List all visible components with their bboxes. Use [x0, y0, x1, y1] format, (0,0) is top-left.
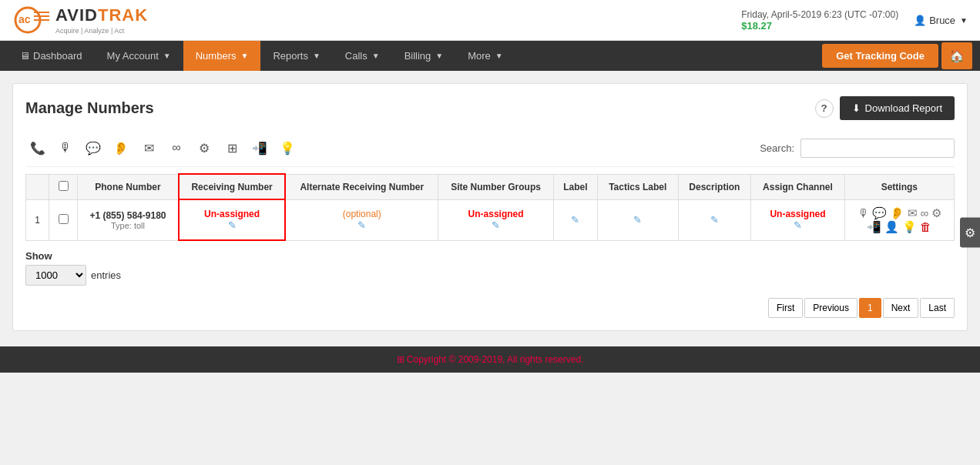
username: Bruce: [929, 15, 955, 26]
alternate-edit-icon[interactable]: ✎: [357, 219, 366, 231]
numbers-table: Phone Number Receiving Number Alternate …: [25, 173, 955, 241]
site-edit-icon[interactable]: ✎: [492, 219, 500, 231]
settings-gear-icon[interactable]: ⚙: [931, 206, 941, 220]
toolbar-grid-icon[interactable]: ⊞: [220, 135, 244, 160]
help-button[interactable]: ?: [815, 99, 834, 118]
col-header-phone-number: Phone Number: [78, 174, 179, 199]
more-caret: ▼: [495, 52, 503, 60]
footer: ⊞ Copyright © 2009-2019, All rights rese…: [0, 346, 980, 373]
nav-billing[interactable]: Billing ▼: [392, 41, 456, 71]
toolbar-phone-config-icon[interactable]: 📞: [25, 135, 50, 160]
main-content: Manage Numbers ? ⬇ Download Report 📞 🎙 💬…: [12, 83, 968, 331]
page-title: Manage Numbers: [25, 99, 154, 117]
assign-channel-cell: Un-assigned ✎: [751, 199, 845, 240]
user-icon: 👤: [914, 15, 926, 26]
toolbar: 📞 🎙 💬 👂 ✉ ∞ ⚙ ⊞ 📲 💡 Search:: [25, 129, 955, 167]
col-header-description: Description: [678, 174, 751, 199]
svg-text:ac: ac: [18, 13, 31, 25]
assign-channel-edit-icon[interactable]: ✎: [794, 219, 802, 231]
download-report-button[interactable]: ⬇ Download Report: [840, 96, 955, 120]
toolbar-chat-icon[interactable]: 💬: [81, 135, 106, 160]
show-label: Show: [25, 250, 121, 262]
download-icon: ⬇: [852, 102, 861, 114]
toolbar-infinity-icon[interactable]: ∞: [164, 135, 189, 160]
logo-area: ac AVIDTRAK Acquire | Analyze | Act: [12, 5, 148, 35]
logo-text: AVIDTRAK: [55, 5, 148, 25]
tactics-label-cell: ✎: [597, 199, 678, 240]
user-menu[interactable]: 👤 Bruce ▼: [914, 15, 968, 26]
top-right-info: Friday, April-5-2019 6:23 (UTC -07:00) $…: [741, 9, 968, 32]
row-select-checkbox[interactable]: [59, 214, 69, 224]
settings-bulb-icon[interactable]: 💡: [902, 220, 917, 234]
toolbar-caller-id-icon[interactable]: 📲: [247, 135, 272, 160]
pagination-page-1[interactable]: 1: [859, 298, 881, 318]
nav-bar: 🖥 Dashboard My Account ▼ Numbers ▼ Repor…: [0, 41, 980, 71]
table-row: 1 +1 (855) 584-9180 Type: toll Un-assign…: [26, 199, 955, 240]
receiving-edit-icon[interactable]: ✎: [228, 219, 237, 231]
logo-tagline: Acquire | Analyze | Act: [55, 27, 148, 35]
settings-person-icon[interactable]: 👤: [884, 220, 899, 234]
pagination-area: First Previous 1 Next Last: [25, 298, 955, 318]
pagination-previous[interactable]: Previous: [804, 298, 858, 318]
toolbar-bulb-icon[interactable]: 💡: [275, 135, 300, 160]
datetime: Friday, April-5-2019 6:23 (UTC -07:00): [741, 9, 898, 20]
col-header-assign-channel: Assign Channel: [751, 174, 845, 199]
side-gear-button[interactable]: ⚙: [960, 218, 980, 248]
entries-select[interactable]: 10 25 50 100 250 500 1000: [25, 265, 86, 286]
pagination-first[interactable]: First: [768, 298, 803, 318]
tactics-edit-icon[interactable]: ✎: [633, 214, 642, 226]
nav-more-label: More: [468, 50, 491, 62]
settings-chat-icon[interactable]: 💬: [872, 206, 887, 220]
phone-number-cell: +1 (855) 584-9180 Type: toll: [78, 199, 179, 240]
description-edit-icon[interactable]: ✎: [710, 214, 719, 226]
my-account-caret: ▼: [163, 52, 171, 60]
settings-callerid-icon[interactable]: 📲: [867, 220, 881, 234]
assign-channel-unassigned: Un-assigned: [759, 209, 837, 219]
toolbar-settings-icon[interactable]: ⚙: [192, 135, 216, 160]
settings-email-icon[interactable]: ✉: [908, 206, 918, 220]
dashboard-icon: 🖥: [20, 50, 30, 62]
nav-billing-label: Billing: [404, 50, 431, 62]
settings-mic-icon[interactable]: 🎙: [858, 206, 869, 220]
pagination-next[interactable]: Next: [883, 298, 919, 318]
pagination-last[interactable]: Last: [920, 298, 955, 318]
row-checkbox-cell: [49, 199, 78, 240]
get-tracking-button[interactable]: Get Tracking Code: [822, 44, 938, 68]
nav-calls-label: Calls: [345, 50, 368, 62]
phone-number-value: +1 (855) 584-9180: [86, 210, 170, 221]
label-edit-icon[interactable]: ✎: [571, 214, 579, 226]
site-unassigned-label: Un-assigned: [446, 209, 545, 219]
receiving-number-cell: Un-assigned ✎: [179, 199, 286, 240]
nav-my-account[interactable]: My Account ▼: [95, 41, 183, 71]
toolbar-ear-icon[interactable]: 👂: [109, 135, 133, 160]
toolbar-mic-icon[interactable]: 🎙: [53, 135, 78, 160]
entries-label: entries: [91, 269, 121, 281]
user-dropdown-caret: ▼: [960, 16, 968, 25]
cart-icon-button[interactable]: 🏠: [941, 42, 972, 69]
settings-delete-icon[interactable]: 🗑: [920, 220, 931, 234]
select-all-checkbox[interactable]: [59, 181, 69, 191]
settings-infinity-icon[interactable]: ∞: [921, 206, 929, 220]
calls-caret: ▼: [372, 52, 380, 60]
nav-more[interactable]: More ▼: [455, 41, 515, 71]
col-header-settings: Settings: [844, 174, 954, 199]
col-header-receiving-number: Receiving Number: [179, 174, 286, 199]
nav-calls[interactable]: Calls ▼: [333, 41, 392, 71]
toolbar-email-icon[interactable]: ✉: [136, 135, 161, 160]
search-input[interactable]: [800, 139, 955, 158]
header-right: ? ⬇ Download Report: [815, 96, 955, 120]
settings-icons-row2: 📲 👤 💡 🗑: [853, 220, 946, 234]
nav-dashboard[interactable]: 🖥 Dashboard: [8, 41, 95, 71]
numbers-caret: ▼: [240, 52, 248, 60]
receiving-unassigned-label: Un-assigned: [187, 209, 277, 219]
nav-numbers[interactable]: Numbers ▼: [183, 41, 261, 71]
settings-icons-row1: 🎙 💬 👂 ✉ ∞ ⚙: [853, 206, 946, 220]
phone-type-value: Type: toll: [86, 221, 170, 230]
settings-ear-icon[interactable]: 👂: [890, 206, 904, 220]
account-balance: $18.27: [741, 20, 898, 32]
content-header: Manage Numbers ? ⬇ Download Report: [25, 96, 955, 120]
top-right-row: Friday, April-5-2019 6:23 (UTC -07:00) $…: [741, 9, 968, 32]
nav-reports[interactable]: Reports ▼: [260, 41, 332, 71]
col-header-alternate: Alternate Receiving Number: [285, 174, 438, 199]
alternate-receiving-cell: (optional) ✎: [285, 199, 438, 240]
